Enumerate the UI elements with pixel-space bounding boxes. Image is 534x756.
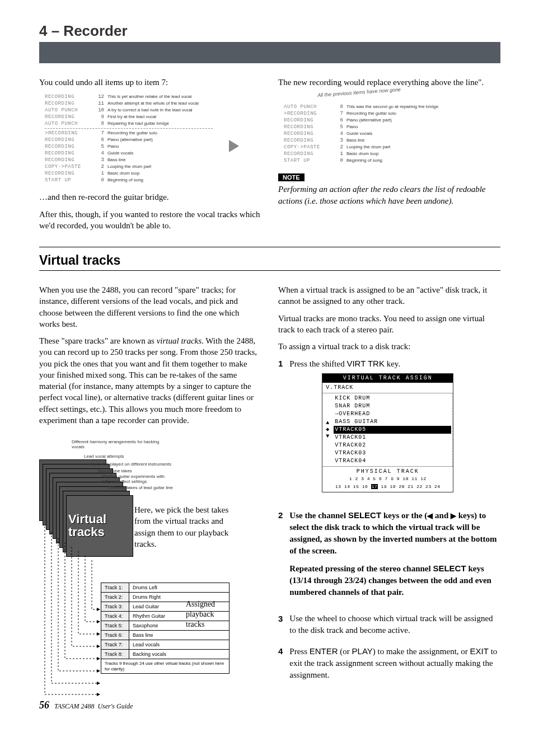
history-row: RECORDING4Guide vocals — [284, 130, 500, 137]
lcd-item: VTRACK03 — [334, 449, 451, 457]
assigned-label: Assigned playback tracks — [186, 599, 229, 630]
label-leadvocal: Lead vocal attempts — [84, 454, 124, 459]
arrow-mid-icon: ◆ — [326, 427, 329, 433]
history-row: AUTO PUNCH8This was the second go at rep… — [284, 104, 500, 110]
arrow-up-icon: ▲ — [326, 420, 329, 426]
dash-separator — [45, 128, 213, 129]
s3: Use the wheel to choose which virtual tr… — [289, 613, 500, 636]
play-triangle-icon — [229, 140, 239, 152]
s4e: ) to make the assignment, or — [373, 647, 470, 656]
history-row: START UP0Beginning of song — [284, 157, 500, 164]
table-row: Track 6:Bass line — [101, 631, 229, 640]
s4f: EXIT — [470, 646, 489, 656]
history-row: RECORDING1Basic drum loop — [45, 170, 261, 177]
history-row: COPY->PASTE2Looping the drum part — [284, 144, 500, 151]
lcd-item: →OVERHEAD — [334, 410, 451, 418]
table-row-note: Tracks 9 through 24 use other virtual tr… — [101, 659, 229, 674]
s2b: SELECT — [348, 510, 381, 520]
virtual-tracks-diagram: Virtualtracks Different harmony arrangem… — [39, 437, 229, 706]
right-arrow-icon: ▶ — [451, 511, 456, 521]
s1b: VIRT TRK — [346, 359, 385, 368]
vt-r2: Virtual tracks are mono tracks. You need… — [278, 313, 500, 336]
lcd-title: VIRTUAL TRACK ASSIGN — [322, 374, 453, 383]
step-num: 3 — [278, 613, 283, 636]
s4c: (or — [338, 647, 352, 656]
undo-after-b: After this, though, if you wanted to res… — [39, 209, 261, 232]
label-leadguitar: Different takes of lead guitar line — [109, 485, 173, 490]
s4d: PLAY — [352, 646, 373, 656]
s2f: Repeated pressing of the stereo channel — [289, 564, 433, 573]
step-1: 1 Press the shifted VIRT TRK key. VIRTUA… — [278, 358, 500, 500]
table-row: Track 7:Lead vocals — [101, 640, 229, 650]
history-row: AUTO PUNCH8Repairing the bad guitar brid… — [45, 120, 261, 127]
lcd-item: VTRACK02 — [334, 442, 451, 449]
lcd-physical: PHYSICAL TRACK — [322, 466, 453, 476]
step-num: 1 — [278, 358, 283, 500]
vt-left-column: When you use the 2488, you can record "s… — [39, 284, 261, 706]
chapter-title: 4 – Recorder — [39, 22, 500, 40]
section-rule-bottom — [39, 270, 500, 271]
label-sax: Saxophone takes — [97, 468, 132, 473]
history-row: >RECORDING7Recording the guitar solo — [284, 110, 500, 117]
history-row: RECORDING3Bass line — [284, 137, 500, 144]
history-row: RECORDING12This is yet another retake of… — [45, 93, 261, 100]
s2a: Use the channel — [289, 511, 348, 520]
history-row: AUTO PUNCH10A try to correct a bad note … — [45, 107, 261, 114]
diagram-caption: Here, we pick the best takes from the vi… — [134, 504, 232, 550]
history-row: RECORDING9First try at the lead vocal — [45, 114, 261, 120]
history-row: RECORDING1Basic drum loop — [284, 151, 500, 157]
section-title: Virtual tracks — [39, 253, 500, 268]
steps-list: 1 Press the shifted VIRT TRK key. VIRTUA… — [278, 358, 500, 680]
page-number: 56 — [39, 699, 49, 711]
section-rule-top — [39, 247, 500, 247]
table-row: Track 8:Backing vocals — [101, 650, 229, 659]
redo-figure: All the previous items have now gone AUT… — [284, 93, 500, 164]
vt-para-1: When you use the 2488, you can record "s… — [39, 284, 261, 330]
label-bassline: Bass line played on different instrument… — [91, 462, 171, 467]
s4a: Press — [289, 647, 309, 656]
guide-text: User's Guide — [97, 702, 133, 710]
step-2: 2 Use the channel SELECT keys or the (◀ … — [278, 509, 500, 604]
lcd-item: SNAR DRUM — [334, 402, 451, 410]
vt-r1: When a virtual track is assigned to be a… — [278, 284, 500, 307]
chapter-bar — [39, 42, 500, 63]
history-row: RECORDING6Piano (alternative part) — [284, 117, 500, 124]
history-row: COPY->PASTE2Looping the drum part — [45, 163, 261, 170]
lcd-sub: V.TRACK — [322, 383, 453, 393]
lcd-item: VTRACK05 — [334, 426, 451, 434]
step-4: 4 Press ENTER (or PLAY) to make the assi… — [278, 645, 500, 681]
s2d: and — [433, 511, 451, 520]
history-row: RECORDING3Bass line — [45, 157, 261, 163]
lcd-nums-b: 13 14 15 16 17 18 19 20 21 22 23 24 — [322, 483, 453, 491]
vt-p2a: These "spare tracks" are known as — [39, 336, 157, 345]
lcd-item: VTRACK04 — [334, 457, 451, 465]
lcd-nums-a: 1 2 3 4 5 6 7 8 9 10 11 12 — [322, 476, 453, 483]
s4b: ENTER — [310, 646, 338, 656]
s1a: Press the shifted — [289, 359, 346, 368]
left-arrow-icon: ◀ — [427, 511, 433, 521]
vt-p2-italic: virtual tracks — [157, 336, 202, 345]
step-num: 2 — [278, 509, 283, 604]
vt-r3: To assign a virtual track to a disk trac… — [278, 341, 500, 352]
vt-para-2: These "spare tracks" are known as virtua… — [39, 335, 261, 426]
label-harmony: Different harmony arrangements for backi… — [72, 439, 161, 449]
vt-right-column: When a virtual track is assigned to be a… — [278, 284, 500, 706]
history-row: RECORDING5Piano — [284, 124, 500, 130]
arrow-down-icon: ▼ — [326, 434, 329, 439]
product-name: TASCAM 2488 — [54, 702, 94, 710]
right-column: The new recording would replace everythi… — [278, 77, 500, 237]
label-rhythm: Rhythm guitar experiments with different… — [102, 474, 180, 484]
lcd-arrows: ▲ ◆ ▼ — [322, 393, 332, 466]
s1c: key. — [385, 359, 400, 368]
table-row: Track 1:Drums Left — [101, 583, 229, 593]
lcd-item: KICK DRUM — [334, 395, 451, 402]
lcd-items: KICK DRUMSNAR DRUM→OVERHEADBASS GUITARVT… — [332, 393, 453, 466]
vt-big-label: Virtualtracks — [68, 513, 106, 538]
vt-p2b: . With the 2488, you can record up to 25… — [39, 336, 257, 425]
undo-intro: You could undo all items up to item 7: — [39, 77, 261, 88]
lcd-screen: VIRTUAL TRACK ASSIGN V.TRACK ▲ ◆ ▼ KICK … — [322, 373, 453, 492]
note-badge: NOTE — [278, 173, 305, 181]
lcd-item: VTRACK01 — [334, 434, 451, 442]
undo-after-a: …and then re-record the guitar bridge. — [39, 191, 261, 203]
page-footer: 56 TASCAM 2488 User's Guide — [39, 699, 133, 711]
